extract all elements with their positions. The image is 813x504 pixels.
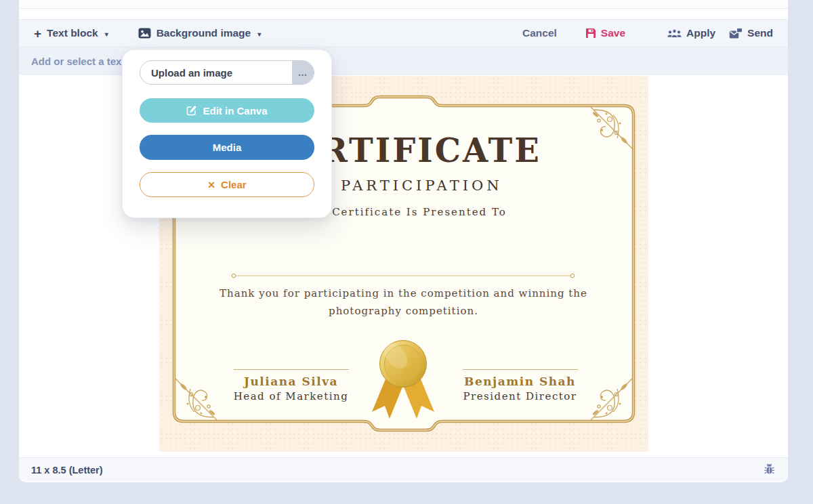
signatory-left-block[interactable]: Juliana Silva Head of Marketing bbox=[234, 369, 349, 402]
page-size-label: 11 x 8.5 (Letter) bbox=[31, 465, 103, 476]
caret-down-icon: ▾ bbox=[257, 30, 261, 38]
text-block-label: Text block bbox=[47, 27, 98, 39]
media-button[interactable]: Media bbox=[140, 135, 314, 160]
signature-line bbox=[463, 369, 578, 370]
pencil-square-icon bbox=[186, 105, 197, 116]
background-image-label: Background image bbox=[157, 27, 251, 39]
upload-image-file-input[interactable]: Upload an image … bbox=[140, 60, 314, 85]
background-image-dropdown-button[interactable]: Background image ▾ bbox=[138, 27, 262, 39]
ellipsis-icon: … bbox=[298, 67, 308, 78]
background-image-dropdown-panel: Upload an image … Edit in Canva Media ✕ … bbox=[122, 49, 332, 218]
window-top-gap bbox=[19, 9, 788, 19]
hint-text: Add or select a tex bbox=[31, 56, 121, 67]
status-bar: 11 x 8.5 (Letter) bbox=[19, 457, 788, 482]
plus-icon: + bbox=[34, 27, 41, 40]
text-block-dropdown-button[interactable]: + Text block ▾ bbox=[34, 27, 108, 40]
signatory-title: Head of Marketing bbox=[234, 390, 349, 402]
send-mail-icon bbox=[729, 28, 743, 39]
apply-button[interactable]: Apply bbox=[667, 27, 715, 39]
signatory-name: Benjamin Shah bbox=[463, 375, 578, 388]
clear-label: Clear bbox=[221, 179, 247, 190]
signatory-right-block[interactable]: Benjamin Shah President Director bbox=[463, 369, 578, 402]
certificate-body-text-block[interactable]: Thank you for participating in the compe… bbox=[214, 285, 593, 320]
signature-line bbox=[234, 369, 349, 370]
image-icon bbox=[138, 28, 151, 39]
apply-label: Apply bbox=[686, 27, 715, 39]
save-button[interactable]: Save bbox=[585, 27, 625, 39]
clear-background-button[interactable]: ✕ Clear bbox=[140, 172, 314, 197]
signatory-title: President Director bbox=[463, 390, 578, 402]
bug-icon[interactable] bbox=[763, 463, 776, 476]
window-top-strip bbox=[19, 0, 788, 9]
save-label: Save bbox=[601, 27, 625, 39]
caret-down-icon: ▾ bbox=[105, 30, 108, 38]
signatory-name: Juliana Silva bbox=[234, 375, 349, 388]
cancel-button[interactable]: Cancel bbox=[522, 27, 557, 39]
x-icon: ✕ bbox=[207, 180, 215, 190]
browse-button[interactable]: … bbox=[292, 61, 314, 84]
edit-in-canva-label: Edit in Canva bbox=[203, 105, 267, 117]
users-icon bbox=[667, 28, 682, 39]
edit-in-canva-button[interactable]: Edit in Canva bbox=[140, 98, 314, 123]
editor-toolbar: + Text block ▾ Background image ▾ Cancel… bbox=[19, 19, 788, 47]
media-label: Media bbox=[213, 142, 242, 153]
send-label: Send bbox=[747, 27, 773, 39]
upload-image-label: Upload an image bbox=[140, 61, 292, 84]
floppy-disk-icon bbox=[585, 28, 596, 39]
send-button[interactable]: Send bbox=[729, 27, 773, 39]
